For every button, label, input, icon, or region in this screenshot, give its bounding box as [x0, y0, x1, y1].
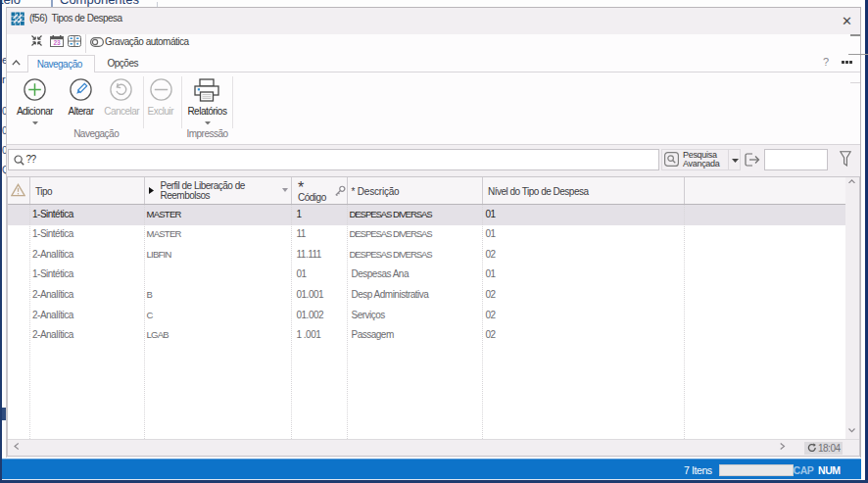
svg-text:23: 23: [53, 39, 61, 46]
